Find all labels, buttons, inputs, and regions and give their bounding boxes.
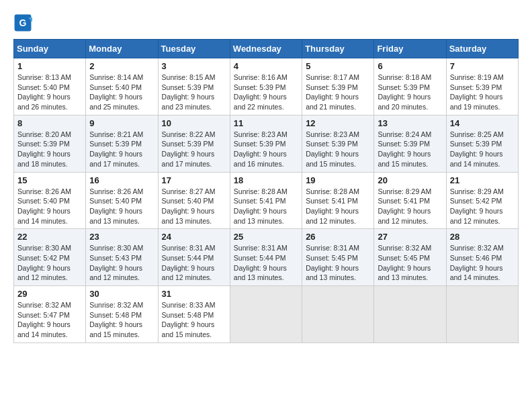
- calendar-day-cell: 16Sunrise: 8:26 AMSunset: 5:40 PMDayligh…: [86, 172, 158, 229]
- day-number: 4: [234, 61, 298, 71]
- day-number: 12: [306, 118, 370, 128]
- day-info: Sunrise: 8:32 AMSunset: 5:48 PMDaylight:…: [89, 300, 154, 340]
- calendar-day-cell: 22Sunrise: 8:30 AMSunset: 5:42 PMDayligh…: [14, 229, 86, 286]
- day-info: Sunrise: 8:32 AMSunset: 5:47 PMDaylight:…: [17, 300, 82, 340]
- logo-icon: G: [13, 13, 32, 32]
- day-info: Sunrise: 8:14 AMSunset: 5:40 PMDaylight:…: [89, 73, 154, 112]
- calendar-day-cell: [374, 286, 446, 343]
- day-info: Sunrise: 8:23 AMSunset: 5:39 PMDaylight:…: [234, 130, 298, 169]
- day-number: 3: [162, 61, 226, 71]
- calendar-day-cell: 17Sunrise: 8:27 AMSunset: 5:40 PMDayligh…: [158, 172, 230, 229]
- calendar-header-cell: Thursday: [302, 40, 374, 58]
- calendar-week-row: 8Sunrise: 8:20 AMSunset: 5:39 PMDaylight…: [14, 115, 519, 172]
- day-number: 9: [89, 118, 154, 128]
- calendar-day-cell: 18Sunrise: 8:28 AMSunset: 5:41 PMDayligh…: [230, 172, 302, 229]
- calendar-day-cell: 4Sunrise: 8:16 AMSunset: 5:39 PMDaylight…: [230, 58, 302, 116]
- day-number: 31: [162, 289, 226, 299]
- day-number: 15: [17, 175, 82, 185]
- calendar-week-row: 15Sunrise: 8:26 AMSunset: 5:40 PMDayligh…: [14, 172, 519, 229]
- calendar-day-cell: 31Sunrise: 8:33 AMSunset: 5:48 PMDayligh…: [158, 286, 230, 343]
- calendar-day-cell: 23Sunrise: 8:30 AMSunset: 5:43 PMDayligh…: [86, 229, 158, 286]
- calendar-day-cell: 25Sunrise: 8:31 AMSunset: 5:44 PMDayligh…: [230, 229, 302, 286]
- logo: G: [13, 13, 35, 32]
- day-number: 13: [378, 118, 442, 128]
- calendar-header-cell: Wednesday: [230, 40, 302, 58]
- calendar-day-cell: 30Sunrise: 8:32 AMSunset: 5:48 PMDayligh…: [86, 286, 158, 343]
- calendar-day-cell: 13Sunrise: 8:24 AMSunset: 5:39 PMDayligh…: [374, 115, 446, 172]
- calendar-header-cell: Monday: [86, 40, 158, 58]
- day-info: Sunrise: 8:28 AMSunset: 5:41 PMDaylight:…: [234, 187, 298, 226]
- calendar-day-cell: 29Sunrise: 8:32 AMSunset: 5:47 PMDayligh…: [14, 286, 86, 343]
- calendar-day-cell: 19Sunrise: 8:28 AMSunset: 5:41 PMDayligh…: [302, 172, 374, 229]
- day-info: Sunrise: 8:18 AMSunset: 5:39 PMDaylight:…: [378, 73, 442, 112]
- day-number: 2: [89, 61, 154, 71]
- calendar-week-row: 22Sunrise: 8:30 AMSunset: 5:42 PMDayligh…: [14, 229, 519, 286]
- day-number: 8: [17, 118, 82, 128]
- day-number: 16: [89, 175, 154, 185]
- day-number: 6: [378, 61, 442, 71]
- day-info: Sunrise: 8:29 AMSunset: 5:41 PMDaylight:…: [378, 187, 442, 226]
- day-info: Sunrise: 8:28 AMSunset: 5:41 PMDaylight:…: [306, 187, 370, 226]
- calendar-day-cell: 21Sunrise: 8:29 AMSunset: 5:42 PMDayligh…: [446, 172, 518, 229]
- day-number: 29: [17, 289, 82, 299]
- calendar-day-cell: 6Sunrise: 8:18 AMSunset: 5:39 PMDaylight…: [374, 58, 446, 116]
- calendar-day-cell: 26Sunrise: 8:31 AMSunset: 5:45 PMDayligh…: [302, 229, 374, 286]
- day-info: Sunrise: 8:16 AMSunset: 5:39 PMDaylight:…: [234, 73, 298, 112]
- calendar-header-cell: Tuesday: [158, 40, 230, 58]
- day-info: Sunrise: 8:30 AMSunset: 5:43 PMDaylight:…: [89, 243, 154, 283]
- calendar-body: 1Sunrise: 8:13 AMSunset: 5:40 PMDaylight…: [14, 58, 519, 343]
- day-info: Sunrise: 8:31 AMSunset: 5:44 PMDaylight:…: [162, 243, 226, 283]
- day-number: 18: [234, 175, 298, 185]
- calendar-day-cell: 27Sunrise: 8:32 AMSunset: 5:45 PMDayligh…: [374, 229, 446, 286]
- day-info: Sunrise: 8:32 AMSunset: 5:46 PMDaylight:…: [450, 243, 515, 283]
- calendar-day-cell: 9Sunrise: 8:21 AMSunset: 5:39 PMDaylight…: [86, 115, 158, 172]
- calendar-day-cell: [302, 286, 374, 343]
- day-info: Sunrise: 8:15 AMSunset: 5:39 PMDaylight:…: [162, 73, 226, 112]
- day-number: 17: [162, 175, 226, 185]
- calendar-day-cell: 11Sunrise: 8:23 AMSunset: 5:39 PMDayligh…: [230, 115, 302, 172]
- day-number: 22: [17, 232, 82, 242]
- day-number: 27: [378, 232, 442, 242]
- day-number: 21: [450, 175, 515, 185]
- day-number: 25: [234, 232, 298, 242]
- day-info: Sunrise: 8:29 AMSunset: 5:42 PMDaylight:…: [450, 187, 515, 226]
- calendar-day-cell: [446, 286, 518, 343]
- svg-text:G: G: [19, 17, 27, 28]
- day-info: Sunrise: 8:13 AMSunset: 5:40 PMDaylight:…: [17, 73, 82, 112]
- day-info: Sunrise: 8:25 AMSunset: 5:39 PMDaylight:…: [450, 130, 515, 169]
- day-info: Sunrise: 8:31 AMSunset: 5:44 PMDaylight:…: [234, 243, 298, 283]
- day-info: Sunrise: 8:30 AMSunset: 5:42 PMDaylight:…: [17, 243, 82, 283]
- calendar-day-cell: 20Sunrise: 8:29 AMSunset: 5:41 PMDayligh…: [374, 172, 446, 229]
- day-number: 20: [378, 175, 442, 185]
- day-number: 28: [450, 232, 515, 242]
- calendar-day-cell: 7Sunrise: 8:19 AMSunset: 5:39 PMDaylight…: [446, 58, 518, 116]
- day-info: Sunrise: 8:20 AMSunset: 5:39 PMDaylight:…: [17, 130, 82, 169]
- day-number: 11: [234, 118, 298, 128]
- calendar-day-cell: 28Sunrise: 8:32 AMSunset: 5:46 PMDayligh…: [446, 229, 518, 286]
- calendar-day-cell: 8Sunrise: 8:20 AMSunset: 5:39 PMDaylight…: [14, 115, 86, 172]
- day-number: 14: [450, 118, 515, 128]
- calendar-week-row: 29Sunrise: 8:32 AMSunset: 5:47 PMDayligh…: [14, 286, 519, 343]
- calendar-day-cell: 3Sunrise: 8:15 AMSunset: 5:39 PMDaylight…: [158, 58, 230, 116]
- calendar-day-cell: [230, 286, 302, 343]
- calendar-day-cell: 1Sunrise: 8:13 AMSunset: 5:40 PMDaylight…: [14, 58, 86, 116]
- day-number: 19: [306, 175, 370, 185]
- calendar-header-cell: Saturday: [446, 40, 518, 58]
- calendar-day-cell: 10Sunrise: 8:22 AMSunset: 5:39 PMDayligh…: [158, 115, 230, 172]
- calendar-day-cell: 2Sunrise: 8:14 AMSunset: 5:40 PMDaylight…: [86, 58, 158, 116]
- day-number: 5: [306, 61, 370, 71]
- day-info: Sunrise: 8:26 AMSunset: 5:40 PMDaylight:…: [89, 187, 154, 226]
- calendar-day-cell: 12Sunrise: 8:23 AMSunset: 5:39 PMDayligh…: [302, 115, 374, 172]
- calendar-day-cell: 5Sunrise: 8:17 AMSunset: 5:39 PMDaylight…: [302, 58, 374, 116]
- day-number: 1: [17, 61, 82, 71]
- day-number: 23: [89, 232, 154, 242]
- day-info: Sunrise: 8:19 AMSunset: 5:39 PMDaylight:…: [450, 73, 515, 112]
- calendar-table: SundayMondayTuesdayWednesdayThursdayFrid…: [13, 39, 519, 343]
- header: G: [13, 13, 519, 32]
- calendar-header-row: SundayMondayTuesdayWednesdayThursdayFrid…: [14, 40, 519, 58]
- calendar-header-cell: Friday: [374, 40, 446, 58]
- day-number: 30: [89, 289, 154, 299]
- day-info: Sunrise: 8:33 AMSunset: 5:48 PMDaylight:…: [162, 300, 226, 340]
- day-info: Sunrise: 8:21 AMSunset: 5:39 PMDaylight:…: [89, 130, 154, 169]
- day-number: 24: [162, 232, 226, 242]
